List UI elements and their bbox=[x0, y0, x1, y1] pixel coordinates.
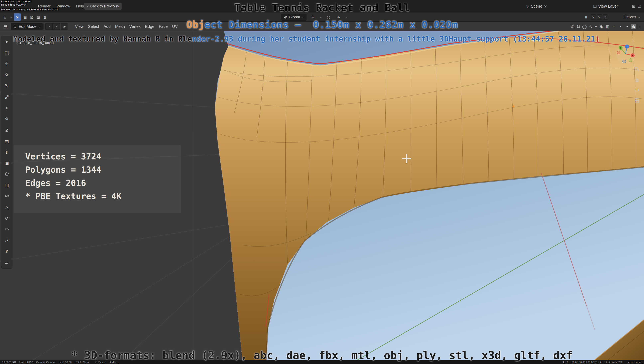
select-mode-options: ▦▧▨▩ bbox=[22, 14, 48, 20]
axis-toggle[interactable]: X bbox=[591, 15, 596, 20]
viewport-3d[interactable]: ➤⬚✛✥↻⤢⌖✎⊿⬒⇧▣⬠◫✄△↺◠⇄⇳▱ (1) Table_Tennis_R… bbox=[0, 31, 644, 360]
viewport-editor-icon[interactable]: ⬒ bbox=[2, 23, 9, 30]
viewport-menu-item[interactable]: Add bbox=[101, 24, 113, 30]
cursor-3d-tool[interactable]: ✛ bbox=[2, 60, 11, 68]
viewport-menu-item[interactable]: Select bbox=[86, 24, 101, 30]
stats-overlay: Vertices = 3724 Polygons = 1344 Edges = … bbox=[14, 145, 181, 213]
keymap-hint: Select bbox=[96, 360, 106, 363]
viewport-menu-item[interactable]: Vertex bbox=[127, 24, 143, 30]
viewport-menu-item[interactable]: Face bbox=[157, 24, 170, 30]
tweak-select-tool[interactable]: ➤ bbox=[2, 38, 11, 46]
back-to-previous-label: Back to Previous bbox=[90, 4, 119, 9]
viewport-menu-item[interactable]: Edge bbox=[143, 24, 157, 30]
rotate-tool[interactable]: ↻ bbox=[2, 82, 11, 90]
viewport-menu-item[interactable]: Mesh bbox=[113, 24, 127, 30]
scene-selector[interactable]: ◲ Scene ✕ bbox=[526, 0, 547, 13]
select-mode-option-icon[interactable]: ▦ bbox=[22, 14, 28, 20]
options-button[interactable]: Options bbox=[624, 15, 636, 19]
knife-tool[interactable]: ✄ bbox=[2, 192, 11, 201]
mesh-select-mode-buttons: ▪∕▰ bbox=[46, 23, 68, 30]
topbar: RenderWindowHelp ‹ Back to Previous ◲ Sc… bbox=[0, 0, 644, 13]
wireframe-shading-icon[interactable]: ○ bbox=[612, 24, 617, 29]
move-tool[interactable]: ✥ bbox=[2, 71, 11, 79]
chevron-down-icon: ⌄ bbox=[38, 25, 41, 28]
annotation-credit-small: Modeled and textured by 3DHaupt in Blend… bbox=[0, 8, 59, 11]
select-mode-option-icon[interactable]: ▧ bbox=[29, 14, 35, 20]
shrink-fatten-tool[interactable]: ⇳ bbox=[2, 247, 11, 256]
annotation-date: Date 2022/01/11 17:38:04 bbox=[0, 0, 32, 3]
viewport-header: ⬒ ◇ Edit Mode ⌄ ▪∕▰ ViewSelectAddMeshVer… bbox=[0, 22, 644, 31]
bevel-tool[interactable]: ⬠ bbox=[2, 170, 11, 179]
orientation-label: Global bbox=[289, 15, 300, 19]
inset-faces-tool[interactable]: ▣ bbox=[2, 159, 11, 168]
proportional-editing-icon[interactable]: ◯ bbox=[582, 24, 586, 29]
viewport-header-right: ◎Ω◯∿⌖◉▥ ○◐●◍ ⌄ bbox=[571, 22, 641, 31]
vertex-select-icon[interactable]: ▪ bbox=[46, 23, 53, 30]
editor-type-icon[interactable]: ⊞ bbox=[2, 14, 8, 21]
shear-tool[interactable]: ▱ bbox=[2, 258, 11, 267]
gizmo-x-neg[interactable] bbox=[617, 51, 620, 54]
edge-select-icon[interactable]: ∕ bbox=[53, 23, 60, 30]
pan-hand-icon[interactable] bbox=[633, 76, 641, 84]
smooth-tool[interactable]: ◠ bbox=[2, 225, 11, 234]
axis-toggle[interactable]: Z bbox=[603, 15, 608, 20]
gizmo-z-label: Z bbox=[626, 46, 628, 48]
keymap-hint: Move bbox=[109, 360, 118, 363]
xray-toggle-icon[interactable]: ▥ bbox=[605, 24, 609, 29]
statusbar-info: Lens 50.00 bbox=[59, 360, 72, 363]
view-layer-selector[interactable]: ❏ View Layer bbox=[593, 0, 618, 13]
pivot-point-icon[interactable]: ◎ bbox=[571, 24, 574, 29]
tool-settings-right: Options ⌄ bbox=[624, 13, 640, 22]
unlink-scene-icon[interactable]: ✕ bbox=[544, 4, 547, 9]
select-box-tool[interactable]: ⬚ bbox=[2, 49, 11, 57]
tool-settings-left: ⊞ ⌄ ➤ ▦▧▨▩ bbox=[2, 13, 48, 22]
measure-tool[interactable]: ⊿ bbox=[2, 126, 11, 135]
loop-cut-tool[interactable]: ◫ bbox=[2, 181, 11, 190]
statusbar-left: 00:00:23:48Frame 0136Camera CameraLens 5… bbox=[2, 360, 89, 363]
stat-vertices: Vertices = 3724 bbox=[25, 150, 181, 163]
add-cube-tool[interactable]: ⬒ bbox=[2, 137, 11, 146]
chevron-down-icon: ⌄ bbox=[10, 16, 12, 19]
annotation-rendertime: RenderTime 00:00.64 bbox=[0, 3, 27, 6]
back-to-previous-button[interactable]: ‹ Back to Previous bbox=[84, 3, 122, 10]
zoom-icon[interactable] bbox=[633, 65, 641, 73]
annotate-tool[interactable]: ✎ bbox=[2, 115, 11, 123]
gizmo-y-neg[interactable] bbox=[629, 59, 632, 62]
select-mode-option-icon[interactable]: ▨ bbox=[36, 14, 41, 20]
camera-view-icon[interactable] bbox=[633, 86, 641, 94]
viewport-menu-item[interactable]: UV bbox=[170, 24, 180, 30]
transform-tool[interactable]: ⌖ bbox=[2, 104, 11, 112]
mode-dropdown[interactable]: ◇ Edit Mode ⌄ bbox=[11, 23, 44, 30]
snap-magnet-icon[interactable]: Ω bbox=[310, 14, 316, 21]
new-view-layer-icon[interactable]: ⊞ bbox=[632, 4, 635, 9]
globe-icon: ⊕ bbox=[284, 15, 287, 20]
navigation-gizmo[interactable]: X Y Z bbox=[614, 43, 636, 65]
object-info-text: (1) Table_Tennis_Racket bbox=[17, 41, 54, 45]
edge-slide-tool[interactable]: ⇄ bbox=[2, 236, 11, 245]
show-gizmo-icon[interactable]: ⌖ bbox=[595, 24, 597, 29]
overlays-icon[interactable]: ◉ bbox=[600, 24, 603, 29]
solid-shading-icon[interactable]: ◐ bbox=[618, 24, 624, 29]
proportional-editing-icon[interactable]: ◎ bbox=[325, 14, 332, 21]
mouse-icon bbox=[96, 361, 97, 363]
spin-tool[interactable]: ↺ bbox=[2, 214, 11, 223]
viewport-menu-item[interactable]: View bbox=[73, 24, 86, 30]
extrude-region-tool[interactable]: ⇧ bbox=[2, 148, 11, 157]
rendered-shading-icon[interactable]: ◍ bbox=[631, 24, 636, 29]
snap-magnet-icon[interactable]: Ω bbox=[577, 24, 580, 29]
select-mode-option-icon[interactable]: ▩ bbox=[42, 14, 48, 20]
active-tool-icon[interactable]: ➤ bbox=[14, 14, 21, 21]
axis-toggle[interactable]: Y bbox=[597, 15, 602, 20]
scale-tool[interactable]: ⤢ bbox=[2, 93, 11, 101]
transform-orientation-dropdown[interactable]: ⊕ Global ⌄ bbox=[282, 14, 306, 21]
material-preview-icon[interactable]: ● bbox=[624, 24, 630, 29]
back-arrow-icon: ‹ bbox=[87, 4, 88, 9]
gizmo-z-neg[interactable] bbox=[622, 60, 626, 63]
face-select-icon[interactable]: ▰ bbox=[61, 23, 68, 30]
poly-build-tool[interactable]: △ bbox=[2, 203, 11, 212]
falloff-curve-icon[interactable]: ∿ bbox=[335, 14, 342, 21]
grid-ortho-icon[interactable] bbox=[633, 96, 641, 104]
statusbar-status: Scene Scene bbox=[626, 360, 642, 363]
falloff-curve-icon[interactable]: ∿ bbox=[589, 24, 592, 29]
view-layer-list-icon[interactable]: ▤ bbox=[638, 4, 641, 9]
